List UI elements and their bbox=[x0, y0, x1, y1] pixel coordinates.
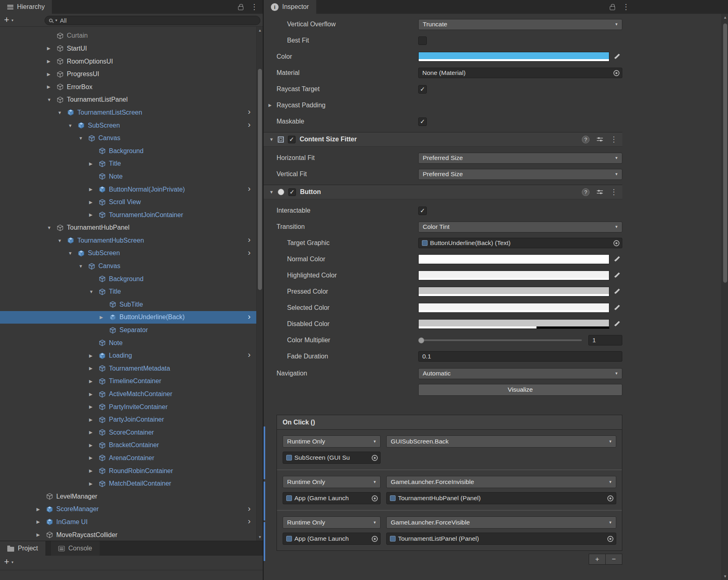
hierarchy-item[interactable]: ▶MatchDetailContainer bbox=[0, 477, 256, 490]
foldout-closed-icon[interactable]: ▶ bbox=[89, 481, 99, 486]
hierarchy-item[interactable]: ▶BracketContainer bbox=[0, 439, 256, 452]
object-picker-icon[interactable] bbox=[372, 455, 378, 461]
prefab-chevron-icon[interactable]: › bbox=[248, 516, 251, 526]
prefab-chevron-icon[interactable]: › bbox=[248, 235, 251, 244]
foldout-closed-icon[interactable]: ▶ bbox=[89, 443, 99, 448]
search-input[interactable]: ▼ All bbox=[45, 16, 260, 25]
event-target-object-field[interactable]: App (Game Launch bbox=[283, 533, 381, 545]
hierarchy-item[interactable]: ▶TimelineContainer bbox=[0, 375, 256, 388]
create-asset-button[interactable]: + ▼ bbox=[4, 557, 14, 567]
foldout-open-icon[interactable]: ▼ bbox=[269, 137, 274, 142]
hierarchy-item[interactable]: ▶MoveRaycastCollider bbox=[0, 529, 256, 541]
slider-handle[interactable] bbox=[418, 337, 424, 343]
hierarchy-item[interactable]: ▶TournamentJoinContainer bbox=[0, 209, 256, 222]
scrollbar-thumb[interactable] bbox=[723, 23, 727, 283]
normal-color-swatch[interactable] bbox=[418, 254, 609, 264]
presets-icon[interactable] bbox=[596, 136, 603, 143]
event-function-dropdown[interactable]: GameLauncher.ForceVisible bbox=[386, 516, 616, 529]
hierarchy-item[interactable]: ▼SubScreen› bbox=[0, 247, 256, 260]
hierarchy-item[interactable]: ▶ArenaContainer bbox=[0, 452, 256, 465]
prefab-chevron-icon[interactable]: › bbox=[248, 107, 251, 116]
hierarchy-item[interactable]: Background bbox=[0, 145, 256, 158]
hierarchy-item[interactable]: ▼Title bbox=[0, 285, 256, 298]
hierarchy-item[interactable]: Note bbox=[0, 170, 256, 183]
hierarchy-item[interactable]: Separator bbox=[0, 324, 256, 337]
help-icon[interactable] bbox=[582, 136, 590, 143]
hierarchy-item[interactable]: ▶InGame UI› bbox=[0, 516, 256, 529]
object-picker-icon[interactable] bbox=[613, 70, 619, 76]
visualize-button[interactable]: Visualize bbox=[418, 384, 622, 396]
hierarchy-item[interactable]: ▶StartUI bbox=[0, 42, 256, 55]
foldout-closed-icon[interactable]: ▶ bbox=[36, 532, 46, 537]
foldout-closed-icon[interactable]: ▶ bbox=[47, 59, 57, 64]
hierarchy-item[interactable]: ▶PartyJoinContainer bbox=[0, 413, 256, 426]
hierarchy-item[interactable]: ▼SubScreen› bbox=[0, 119, 256, 132]
navigation-dropdown[interactable]: Automatic bbox=[418, 368, 622, 379]
hierarchy-item[interactable]: ▶ActiveMatchContainer bbox=[0, 388, 256, 401]
pressed-color-swatch[interactable] bbox=[418, 287, 609, 296]
tab-hierarchy[interactable]: Hierarchy bbox=[0, 0, 52, 14]
foldout-closed-icon[interactable]: ▶ bbox=[89, 161, 99, 166]
prefab-chevron-icon[interactable]: › bbox=[248, 311, 251, 321]
target-graphic-object-field[interactable]: ButtonUnderline(Back) (Text) bbox=[418, 238, 622, 248]
material-object-field[interactable]: None (Material) bbox=[418, 68, 622, 78]
object-picker-icon[interactable] bbox=[607, 495, 613, 501]
foldout-closed-icon[interactable]: ▶ bbox=[89, 404, 99, 409]
hierarchy-item[interactable]: ▼Canvas bbox=[0, 260, 256, 273]
selected-color-swatch[interactable] bbox=[418, 303, 609, 313]
foldout-open-icon[interactable]: ▼ bbox=[47, 97, 57, 102]
tab-inspector[interactable]: Inspector bbox=[264, 0, 316, 14]
menu-icon[interactable] bbox=[610, 136, 617, 143]
foldout-closed-icon[interactable]: ▶ bbox=[89, 212, 99, 218]
foldout-closed-icon[interactable]: ▶ bbox=[89, 379, 99, 384]
add-event-button[interactable]: + bbox=[589, 554, 606, 565]
prefab-chevron-icon[interactable]: › bbox=[248, 247, 251, 257]
foldout-closed-icon[interactable]: ▶ bbox=[89, 187, 99, 192]
hierarchy-item[interactable]: Curtain bbox=[0, 30, 256, 43]
hierarchy-item[interactable]: SubTitle bbox=[0, 298, 256, 311]
foldout-closed-icon[interactable]: ▶ bbox=[89, 200, 99, 205]
scroll-up-icon[interactable]: ▲ bbox=[722, 14, 728, 21]
event-function-dropdown[interactable]: GameLauncher.ForceInvisible bbox=[386, 476, 616, 488]
foldout-closed-icon[interactable]: ▶ bbox=[89, 366, 99, 371]
foldout-closed-icon[interactable]: ▶ bbox=[89, 455, 99, 461]
hierarchy-item[interactable]: ▶Loading› bbox=[0, 349, 256, 362]
eyedropper-icon[interactable] bbox=[613, 254, 622, 264]
maskable-checkbox[interactable] bbox=[418, 117, 427, 126]
hierarchy-item[interactable]: ▶PartyInviteContainer bbox=[0, 401, 256, 414]
menu-icon[interactable] bbox=[251, 3, 258, 11]
hierarchy-item[interactable]: ▶ErrorBox bbox=[0, 81, 256, 94]
foldout-closed-icon[interactable]: ▶ bbox=[89, 353, 99, 358]
foldout-open-icon[interactable]: ▼ bbox=[79, 136, 88, 141]
lock-icon[interactable] bbox=[610, 6, 615, 10]
tab-console[interactable]: Console bbox=[51, 541, 100, 556]
transition-dropdown[interactable]: Color Tint bbox=[418, 222, 622, 232]
hierarchy-item[interactable]: LevelManager bbox=[0, 490, 256, 503]
color-multiplier-value[interactable]: 1 bbox=[588, 335, 622, 345]
fade-duration-input[interactable]: 0.1 bbox=[418, 351, 622, 362]
event-mode-dropdown[interactable]: Runtime Only bbox=[283, 476, 381, 488]
foldout-closed-icon[interactable]: ▶ bbox=[268, 103, 272, 107]
hierarchy-item[interactable]: Background bbox=[0, 273, 256, 286]
prefab-chevron-icon[interactable]: › bbox=[248, 350, 251, 359]
raycast-padding-foldout[interactable]: ▶ Raycast Padding bbox=[277, 102, 418, 109]
hierarchy-item[interactable]: ▶Title bbox=[0, 158, 256, 171]
hierarchy-item[interactable]: ▶RoomOptionsUI bbox=[0, 55, 256, 68]
hierarchy-item[interactable]: ▼Canvas bbox=[0, 132, 256, 145]
hierarchy-item[interactable]: ▼TournamentHubPanel bbox=[0, 222, 256, 235]
horizontal-fit-dropdown[interactable]: Preferred Size bbox=[418, 153, 622, 164]
prefab-chevron-icon[interactable]: › bbox=[248, 119, 251, 129]
foldout-closed-icon[interactable]: ▶ bbox=[89, 392, 99, 397]
disabled-color-swatch[interactable] bbox=[418, 319, 609, 329]
vertical-fit-dropdown[interactable]: Preferred Size bbox=[418, 169, 622, 180]
hierarchy-item[interactable]: Note bbox=[0, 337, 256, 350]
foldout-closed-icon[interactable]: ▶ bbox=[47, 84, 57, 90]
menu-icon[interactable] bbox=[610, 188, 617, 196]
foldout-open-icon[interactable]: ▼ bbox=[57, 110, 67, 115]
create-object-button[interactable]: + ▼ bbox=[4, 15, 14, 25]
event-argument-object-field[interactable]: TournamentHubPanel (Panel) bbox=[386, 492, 616, 504]
foldout-open-icon[interactable]: ▼ bbox=[79, 264, 88, 269]
prefab-chevron-icon[interactable]: › bbox=[248, 503, 251, 513]
foldout-open-icon[interactable]: ▼ bbox=[57, 238, 67, 243]
hierarchy-item[interactable]: ▶Scroll View bbox=[0, 196, 256, 209]
